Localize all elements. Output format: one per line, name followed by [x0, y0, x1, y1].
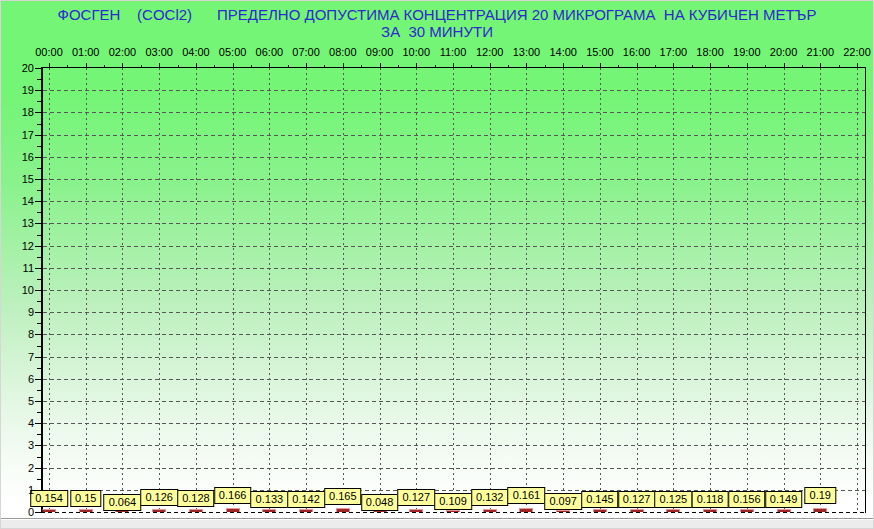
x-axis-baseline: [41, 512, 866, 513]
value-label-box: 0.118: [692, 491, 729, 508]
y-axis-tick-label: 13: [1, 217, 34, 229]
horizontal-gridline: [43, 246, 865, 247]
x-axis-tick-label: 07:00: [292, 46, 320, 58]
x-axis-tick-label: 08:00: [329, 46, 357, 58]
y-axis-tick-label: 19: [1, 84, 34, 96]
chart-title-line2: ЗА 30 МИНУТИ: [1, 23, 873, 40]
horizontal-gridline: [43, 112, 865, 113]
value-label-box: 0.142: [287, 491, 325, 508]
y-axis-half-tick: [37, 390, 41, 391]
data-bar: [704, 509, 717, 512]
x-axis-tick-label: 09:00: [366, 46, 394, 58]
x-axis-tick: [416, 63, 417, 67]
x-axis-tick-label: 11:00: [440, 46, 467, 58]
data-bar: [300, 509, 313, 512]
y-axis-tick-label: 2: [1, 462, 34, 474]
x-axis-half-tick: [508, 65, 509, 67]
y-axis-tick: [35, 357, 41, 358]
horizontal-gridline: [43, 445, 865, 446]
value-label-box: 0.133: [251, 491, 289, 508]
data-bar: [557, 510, 570, 512]
x-axis-tick: [673, 63, 674, 67]
y-axis-half-tick: [37, 412, 41, 413]
y-axis-half-tick: [37, 368, 41, 369]
x-axis-tick-label: 20:00: [770, 46, 798, 58]
x-axis-half-tick: [67, 65, 68, 67]
x-axis-tick: [710, 63, 711, 67]
horizontal-gridline: [43, 179, 865, 180]
horizontal-gridline: [43, 423, 865, 424]
y-axis-tick: [35, 445, 41, 446]
x-axis-tick: [269, 63, 270, 67]
value-label-box: 0.165: [324, 488, 362, 505]
x-axis-half-tick: [324, 65, 325, 67]
x-axis-tick: [784, 63, 785, 67]
y-axis-half-tick: [37, 457, 41, 458]
data-bar: [79, 509, 92, 512]
y-axis-half-tick: [37, 146, 41, 147]
y-axis-half-tick: [37, 479, 41, 480]
y-axis-tick-label: 18: [1, 106, 34, 118]
value-label-box: 0.127: [398, 489, 436, 506]
x-axis-tick-label: 03:00: [145, 46, 173, 58]
y-axis-tick-label: 20: [1, 62, 34, 74]
x-axis-tick: [857, 63, 858, 67]
x-axis-tick: [343, 63, 344, 67]
y-axis-tick-label: 6: [1, 373, 34, 385]
x-axis-tick: [122, 63, 123, 67]
data-bar: [814, 508, 827, 512]
value-label-box: 0.15: [70, 490, 101, 507]
data-bar: [667, 509, 680, 512]
x-axis-tick-label: 17:00: [660, 46, 688, 58]
x-axis-tick: [563, 63, 564, 67]
value-label-box: 0.149: [765, 491, 803, 508]
y-axis-half-tick: [37, 434, 41, 435]
horizontal-gridline: [43, 290, 865, 291]
x-axis-half-tick: [545, 65, 546, 67]
data-bar: [263, 509, 276, 512]
x-axis-half-tick: [361, 65, 362, 67]
y-axis-tick-label: 16: [1, 151, 34, 163]
y-axis-tick: [35, 312, 41, 313]
data-bar: [43, 509, 56, 512]
y-axis-tick: [35, 423, 41, 424]
bottom-strip: [1, 520, 874, 529]
y-axis-tick-label: 15: [1, 173, 34, 185]
y-axis-half-tick: [37, 346, 41, 347]
x-axis-tick-label: 14:00: [549, 46, 577, 58]
value-label-box: 0.126: [140, 489, 178, 506]
y-axis-tick-label: 14: [1, 195, 34, 207]
x-axis-half-tick: [582, 65, 583, 67]
value-label-box: 0.064: [104, 494, 142, 511]
horizontal-gridline: [43, 312, 865, 313]
value-label-box: 0.156: [728, 491, 766, 508]
y-axis-tick: [35, 334, 41, 335]
x-axis-tick-label: 01:00: [72, 46, 100, 58]
data-bar: [336, 508, 349, 512]
x-axis-tick-label: 22:00: [843, 46, 871, 58]
x-axis-half-tick: [104, 65, 105, 67]
horizontal-gridline: [43, 157, 865, 158]
x-axis-tick: [233, 63, 234, 67]
y-axis-half-tick: [37, 235, 41, 236]
value-label-box: 0.19: [805, 487, 836, 504]
value-label-box: 0.125: [655, 491, 693, 508]
y-axis-half-tick: [37, 101, 41, 102]
x-axis-half-tick: [839, 65, 840, 67]
y-axis-tick: [35, 68, 41, 69]
x-axis-half-tick: [692, 65, 693, 67]
horizontal-gridline: [43, 379, 865, 380]
y-axis-tick: [35, 157, 41, 158]
value-label-box: 0.097: [544, 493, 582, 510]
x-axis-half-tick: [288, 65, 289, 67]
y-axis-tick-label: 1: [1, 484, 34, 496]
x-axis-half-tick: [141, 65, 142, 67]
x-axis-tick: [159, 63, 160, 67]
x-axis-tick-label: 18:00: [696, 46, 724, 58]
y-axis-half-tick: [37, 190, 41, 191]
x-axis-tick: [380, 63, 381, 67]
x-axis-half-tick: [728, 65, 729, 67]
y-axis-half-tick: [37, 124, 41, 125]
y-axis-half-tick: [37, 301, 41, 302]
y-axis-tick: [35, 268, 41, 269]
